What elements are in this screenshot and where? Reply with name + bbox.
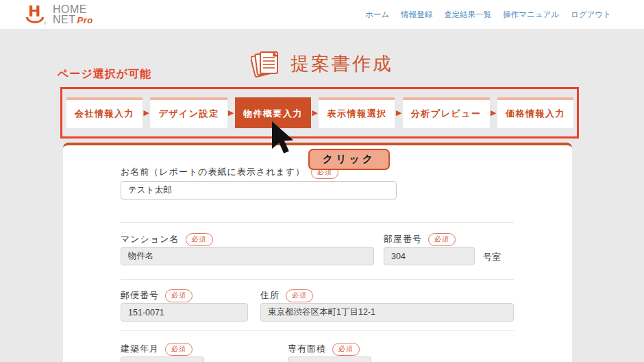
form-panel: お名前（レポートの表紙に表示されます）必須 マンション名必須 部屋番号必須 号室… — [63, 143, 572, 362]
home-net-logo-icon: H ® — [26, 3, 48, 26]
documents-icon — [251, 49, 282, 78]
arrow-right-icon: ▶ — [490, 108, 497, 117]
logo-line2: NET — [53, 14, 76, 25]
mansion-name-label: マンション名必須 — [121, 233, 213, 246]
divider — [121, 279, 514, 280]
name-input[interactable] — [121, 181, 397, 200]
registered-mark: ® — [44, 21, 47, 25]
arrow-right-icon: ▶ — [227, 108, 234, 117]
step-analysis-preview[interactable]: 分析プレビュー — [403, 97, 490, 128]
logo-swoosh-icon — [26, 17, 44, 23]
built-date-label: 建築年月必須 — [121, 343, 193, 356]
app-logo[interactable]: H ® HOME NET Pro — [26, 3, 93, 26]
postal-code-label: 郵便番号必須 — [121, 289, 193, 302]
step-price-info[interactable]: 価格情報入力 — [497, 97, 573, 128]
required-badge: 必須 — [286, 289, 313, 302]
room-number-input[interactable] — [384, 247, 475, 265]
page-title-block: 提案書作成 — [251, 49, 393, 78]
arrow-right-icon: ▶ — [143, 108, 149, 117]
nav-manual[interactable]: 操作マニュアル — [503, 10, 559, 20]
divider — [121, 330, 514, 331]
arrow-right-icon: ▶ — [395, 108, 402, 117]
page-title: 提案書作成 — [290, 51, 393, 76]
nav-info-register[interactable]: 情報登録 — [401, 10, 432, 20]
area-input[interactable] — [288, 357, 371, 362]
required-badge: 必須 — [332, 343, 360, 356]
address-label: 住所必須 — [260, 289, 313, 302]
nav-logout[interactable]: ログアウト — [571, 10, 611, 20]
logo-pro: Pro — [77, 15, 93, 25]
nav-assessment-list[interactable]: 査定結果一覧 — [444, 10, 491, 20]
step-company-info[interactable]: 会社情報入力 — [66, 97, 143, 128]
top-nav: ホーム 情報登録 査定結果一覧 操作マニュアル ログアウト — [365, 10, 611, 20]
nav-home[interactable]: ホーム — [365, 10, 389, 20]
cursor-icon — [271, 121, 306, 162]
page: H ® HOME NET Pro ホーム 情報登録 査定結果一覧 操作マニュアル… — [0, 0, 644, 362]
step-design-settings[interactable]: デザイン設定 — [150, 97, 227, 128]
click-annotation-bubble: クリック — [308, 149, 390, 170]
arrow-right-icon: ▶ — [312, 108, 319, 117]
required-badge: 必須 — [165, 343, 193, 356]
step-display-info[interactable]: 表示情報選択 — [319, 97, 395, 128]
header: H ® HOME NET Pro ホーム 情報登録 査定結果一覧 操作マニュアル… — [0, 0, 644, 29]
divider — [121, 222, 514, 223]
required-badge: 必須 — [165, 289, 193, 302]
required-badge: 必須 — [428, 233, 456, 246]
address-input[interactable] — [260, 303, 514, 322]
step-nav: 会社情報入力 ▶ デザイン設定 ▶ 物件概要入力 ▶ 表示情報選択 ▶ 分析プレ… — [66, 97, 573, 128]
postal-code-input[interactable] — [121, 303, 248, 322]
name-label: お名前（レポートの表紙に表示されます）必須 — [121, 166, 338, 179]
area-label: 専有面積必須 — [288, 343, 360, 356]
required-badge: 必須 — [186, 233, 213, 246]
built-date-input[interactable] — [121, 357, 204, 362]
room-number-label: 部屋番号必須 — [384, 233, 456, 246]
mansion-name-input[interactable] — [121, 247, 374, 265]
annotation-text: ページ選択が可能 — [58, 67, 151, 82]
room-suffix: 号室 — [483, 251, 501, 263]
logo-line1: HOME — [53, 4, 93, 14]
logo-text: HOME NET Pro — [53, 4, 93, 25]
